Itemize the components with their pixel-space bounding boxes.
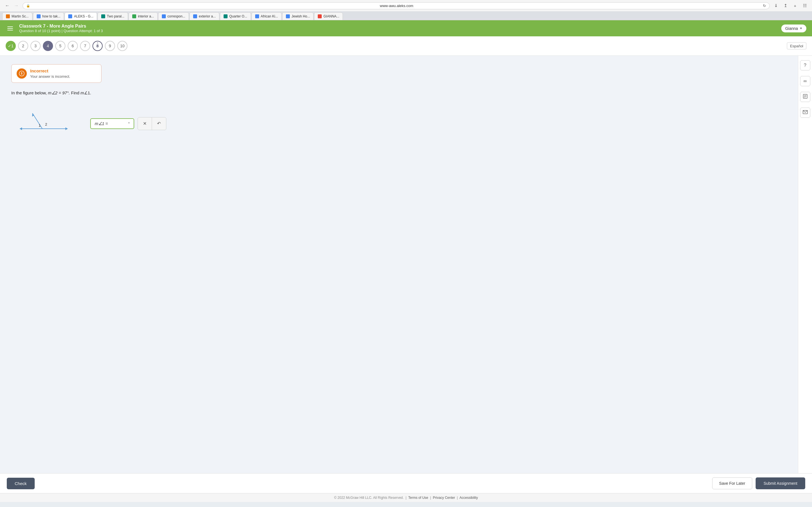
infinity-icon: ∞ [804,78,807,83]
app-header: Classwork 7 - More Angle Pairs Question … [0,20,812,36]
tab-label-2: how to tak... [42,14,61,18]
mail-button[interactable] [800,108,810,118]
q-num-label-4: 4 [47,44,49,48]
q-num-label-3: 3 [35,44,37,48]
question-nav-2[interactable]: 2 [18,41,28,51]
tab-11[interactable]: GIANNA... [314,12,343,20]
tab-favicon-5 [132,14,136,18]
tab-label-10: Jewish Ho... [292,14,310,18]
svg-marker-7 [32,113,34,117]
question-nav-1[interactable]: ✓ 1 [6,41,16,51]
diagram-answer-row: 1 2 m∠1 = ° ✕ ↶ [11,105,786,142]
tab-label-3: ALEKS - G... [74,14,93,18]
forward-button[interactable]: → [12,2,20,10]
save-later-button[interactable]: Save For Later [712,477,753,489]
tab-favicon-1 [6,14,10,18]
q-num-label-5: 5 [59,44,61,48]
question-nav-5[interactable]: 5 [55,41,65,51]
answer-input-container[interactable]: m∠1 = ° [90,118,134,129]
tab-2[interactable]: how to tak... [33,12,64,20]
tab-3[interactable]: ALEKS - G... [64,12,97,20]
action-buttons: ✕ ↶ [138,117,166,130]
q-num-label-8: 8 [96,44,99,48]
tab-favicon-7 [193,14,197,18]
user-menu[interactable]: Gianna ▼ [781,24,806,33]
clear-button[interactable]: ✕ [138,117,152,130]
svg-text:1: 1 [39,123,41,128]
reload-icon[interactable]: ↻ [763,4,766,8]
q-num-label-6: 6 [71,44,74,48]
check-button[interactable]: Check [7,478,35,489]
tab-7[interactable]: exterior a... [190,12,219,20]
espanol-button[interactable]: Español [787,43,806,50]
q-num-label-9: 9 [109,44,111,48]
tab-label-5: interior a... [138,14,154,18]
answer-section: m∠1 = ° ✕ ↶ [90,117,166,130]
tab-label-6: correspon... [167,14,185,18]
feedback-message: Your answer is incorrect. [30,74,70,78]
tab-9[interactable]: African Ki... [252,12,282,20]
angle-answer-input[interactable] [110,121,126,126]
question-text: In the figure below, m∠2 = 97°. Find m∠1… [11,90,786,96]
tab-5[interactable]: interior a... [129,12,158,20]
svg-rect-1 [21,72,22,74]
tab-label-1: Martin Sc... [11,14,29,18]
tab-favicon-2 [37,14,41,18]
angle-diagram: 1 2 [11,105,73,142]
extensions-button[interactable]: ☷ [801,2,809,10]
browser-tabs: Martin Sc... how to tak... ALEKS - G... … [0,11,812,20]
back-button[interactable]: ← [3,2,11,10]
diagram-container: 1 2 [11,105,73,142]
question-progress: Question 8 of 10 (1 point) | Question At… [19,29,103,33]
tab-label-9: African Ki... [261,14,278,18]
header-title-section: Classwork 7 - More Angle Pairs Question … [19,24,103,33]
question-nav-10[interactable]: 10 [117,41,128,51]
tab-favicon-10 [286,14,290,18]
lock-icon: 🔒 [26,4,30,8]
address-bar[interactable]: 🔒 www-awu.aleks.com ↻ [22,2,770,9]
tab-1[interactable]: Martin Sc... [2,12,33,20]
calculator-button[interactable]: ∞ [800,76,810,86]
question-nav-6[interactable]: 6 [68,41,78,51]
tab-6[interactable]: correspon... [158,12,189,20]
svg-marker-4 [20,127,22,130]
browser-toolbar: ← → 🔒 www-awu.aleks.com ↻ ⇓ ↥ + ☷ [0,0,812,11]
main-content: Incorrect Your answer is incorrect. In t… [0,56,812,473]
submit-assignment-button[interactable]: Submit Assignment [756,477,805,489]
browser-chrome: ← → 🔒 www-awu.aleks.com ↻ ⇓ ↥ + ☷ Martin… [0,0,812,20]
hamburger-line-3 [7,30,13,31]
accessibility-link[interactable]: Accessibility [460,496,478,500]
tab-label-11: GIANNA... [323,14,339,18]
question-nav-9[interactable]: 9 [105,41,115,51]
content-area: Incorrect Your answer is incorrect. In t… [0,56,798,473]
notepad-button[interactable] [800,92,810,102]
right-tools: ? ∞ [798,56,812,473]
tab-8[interactable]: Quarter O... [220,12,251,20]
copyright-bar: © 2022 McGraw Hill LLC. All Rights Reser… [0,493,812,502]
tab-favicon-4 [101,14,105,18]
app-container: Classwork 7 - More Angle Pairs Question … [0,20,812,502]
share-icon[interactable]: ↥ [781,2,790,10]
tab-favicon-8 [223,14,227,18]
tab-10[interactable]: Jewish Ho... [282,12,313,20]
check-icon: ✓ [8,44,11,48]
help-button[interactable]: ? [800,60,810,70]
feedback-box: Incorrect Your answer is incorrect. [11,64,101,83]
menu-button[interactable] [6,24,15,33]
terms-link[interactable]: Terms of Use [408,496,428,500]
privacy-link[interactable]: Privacy Center [433,496,455,500]
app-footer: Check Save For Later Submit Assignment [0,473,812,493]
question-nav-7[interactable]: 7 [80,41,90,51]
download-icon[interactable]: ⇓ [772,2,780,10]
browser-actions: ⇓ ↥ + ☷ [772,2,809,10]
undo-button[interactable]: ↶ [152,117,166,130]
new-tab-button[interactable]: + [791,2,799,10]
question-nav-4[interactable]: 4 [43,41,53,51]
hamburger-line-1 [7,26,13,27]
question-nav-8[interactable]: = 8 [93,41,103,51]
chevron-down-icon: ▼ [800,27,802,30]
question-find: Find m∠1. [71,91,91,95]
question-nav-3[interactable]: 3 [31,41,41,51]
question-prefix: In the figure below, [11,91,47,95]
tab-4[interactable]: Two paral... [98,12,128,20]
